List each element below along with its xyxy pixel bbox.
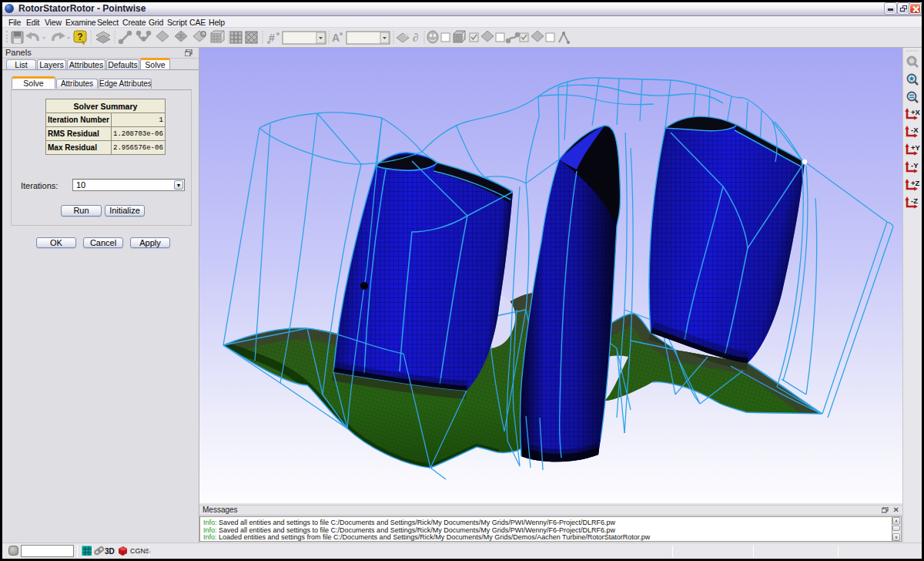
svg-text:A: A [332,32,340,44]
svg-text:-X: -X [911,126,919,134]
svg-text:+Z: +Z [911,179,920,187]
svg-text:-Y: -Y [911,161,919,170]
svg-text:3D: 3D [105,547,115,556]
svg-text:-Z: -Z [911,197,918,205]
svg-text:+Y: +Y [911,143,921,152]
svg-text:+X: +X [911,108,921,116]
svg-text:?: ? [77,32,82,42]
svg-text:CGNS: CGNS [130,547,150,555]
svg-text:∂: ∂ [413,32,418,44]
